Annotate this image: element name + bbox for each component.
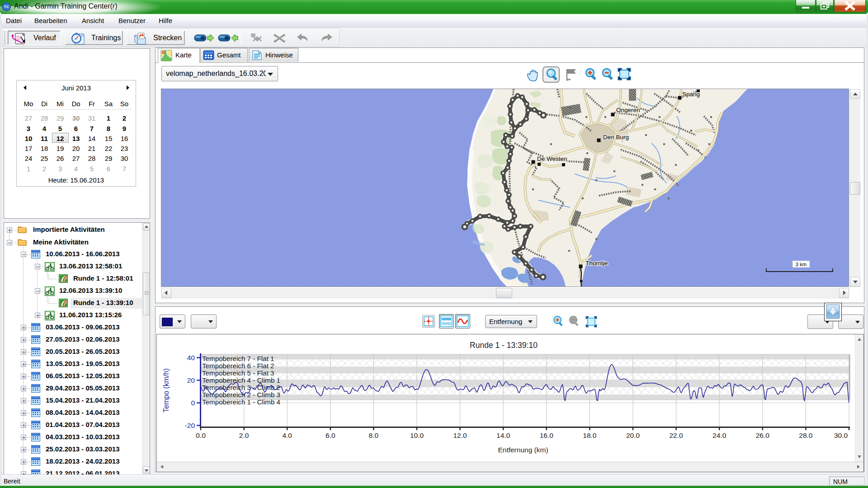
- svg-text:Entfernung (km): Entfernung (km): [498, 446, 548, 454]
- svg-text:8.0: 8.0: [369, 432, 379, 439]
- svg-text:Ongeren: Ongeren: [616, 107, 640, 113]
- svg-text:Tempobereich 7 - Flat 1: Tempobereich 7 - Flat 1: [202, 355, 274, 362]
- svg-text:10.0: 10.0: [410, 432, 424, 439]
- svg-text:De Westen: De Westen: [537, 155, 567, 162]
- svg-text:18.0: 18.0: [583, 432, 597, 439]
- svg-text:Tempobereich 4 - Climb 1: Tempobereich 4 - Climb 1: [202, 376, 280, 384]
- svg-text:2.0: 2.0: [239, 432, 249, 439]
- svg-text:16.0: 16.0: [540, 432, 554, 439]
- svg-text:Tempo (km/h): Tempo (km/h): [162, 368, 170, 413]
- svg-text:20: 20: [187, 376, 195, 384]
- svg-text:14.0: 14.0: [496, 432, 510, 439]
- svg-text:30.0: 30.0: [834, 432, 848, 439]
- svg-text:28.0: 28.0: [799, 432, 813, 439]
- svg-text:4.0: 4.0: [282, 432, 292, 439]
- svg-text:20.0: 20.0: [626, 432, 640, 439]
- svg-text:26.0: 26.0: [756, 432, 770, 439]
- svg-text:22.0: 22.0: [670, 432, 684, 439]
- svg-text:12.0: 12.0: [453, 432, 467, 439]
- svg-text:0: 0: [191, 399, 195, 407]
- svg-text:-20: -20: [185, 422, 195, 429]
- svg-text:3 km: 3 km: [796, 262, 807, 267]
- svg-text:Tempobereich 1 - Climb 4: Tempobereich 1 - Climb 4: [202, 398, 280, 406]
- svg-text:Runde 1 - 13:39:10: Runde 1 - 13:39:10: [470, 341, 538, 350]
- svg-text:6.0: 6.0: [326, 432, 335, 439]
- svg-text:TC: TC: [4, 5, 9, 9]
- svg-text:Tempobereich 5 - Flat 3: Tempobereich 5 - Flat 3: [202, 369, 274, 377]
- svg-text:Tempobereich 3 - Climb 2: Tempobereich 3 - Climb 2: [202, 384, 280, 391]
- svg-text:Den Burg: Den Burg: [603, 134, 629, 141]
- svg-text:24.0: 24.0: [712, 432, 726, 439]
- svg-text:0.0: 0.0: [196, 432, 206, 439]
- svg-text:Thorntje: Thorntje: [585, 260, 608, 267]
- svg-text:Tempobereich 6 - Flat 2: Tempobereich 6 - Flat 2: [202, 362, 274, 370]
- svg-text:40: 40: [187, 354, 195, 361]
